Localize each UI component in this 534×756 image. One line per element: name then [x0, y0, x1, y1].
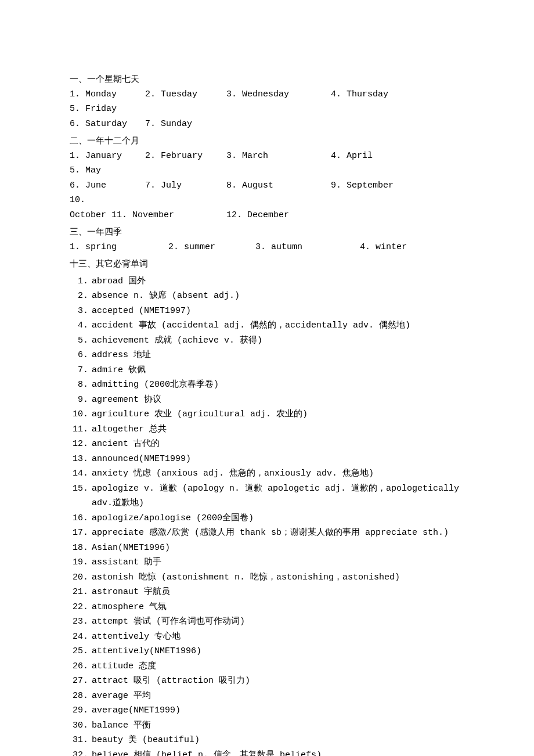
list-item: 4. Thursday	[331, 87, 412, 102]
vocab-text: average 平均	[92, 689, 464, 704]
vocab-item: 24.attentively 专心地	[70, 629, 464, 645]
vocab-num: 5.	[70, 333, 92, 348]
vocab-item: 15.apologize v. 道歉 (apology n. 道歉 apolog…	[70, 481, 464, 511]
vocab-num: 22.	[70, 600, 92, 615]
vocab-num: 10.	[70, 407, 92, 422]
list-item: 1. spring	[70, 240, 168, 255]
vocab-item: 22.atmosphere 气氛	[70, 600, 464, 615]
list-item: 7. Sunday	[145, 117, 226, 132]
vocab-num: 6.	[70, 348, 92, 363]
list-item: 10.	[70, 193, 145, 208]
section-2-items-row2: 6. June 7. July 8. August 9. September 1…	[70, 178, 464, 208]
vocab-list: 1.abroad 国外2.absence n. 缺席 (absent adj.)…	[70, 274, 464, 757]
list-item: 3. March	[226, 149, 331, 164]
list-item: 3. autumn	[255, 240, 360, 255]
vocab-text: atmosphere 气氛	[92, 600, 464, 615]
list-item: 5. Friday	[70, 102, 145, 117]
section-2-items: 1. January 2. February 3. March 4. April…	[70, 149, 464, 178]
list-item: 5. May	[70, 163, 145, 178]
vocab-text: attentively 专心地	[92, 629, 464, 645]
vocab-num: 9.	[70, 393, 92, 408]
vocab-item: 13.announced(NMET1999)	[70, 452, 464, 467]
vocab-item: 20.astonish 吃惊 (astonishment n. 吃惊，aston…	[70, 570, 464, 585]
vocab-text: attentively(NMET1996)	[92, 644, 464, 659]
vocab-item: 32.believe 相信 (belief n. 信念，其复数是 beliefs…	[70, 748, 464, 757]
vocab-text: absence n. 缺席 (absent adj.)	[92, 289, 464, 304]
vocab-text: astronaut 宇航员	[92, 585, 464, 600]
list-item: 6. June	[70, 178, 145, 193]
vocab-num: 19.	[70, 555, 92, 570]
vocab-item: 29.average(NMET1999)	[70, 703, 464, 718]
vocab-item: 16.apologize/apologise (2000全国卷)	[70, 511, 464, 526]
vocab-text: Asian(NMET1996)	[92, 541, 464, 556]
section-1-items: 1. Monday 2. Tuesday 3. Wednesday 4. Thu…	[70, 87, 464, 117]
vocab-text: attitude 态度	[92, 659, 464, 674]
vocab-text: agreement 协议	[92, 393, 464, 408]
vocab-num: 2.	[70, 289, 92, 304]
vocab-text: accident 事故 (accidental adj. 偶然的，acciden…	[92, 318, 464, 333]
vocab-text: agriculture 农业 (agricultural adj. 农业的)	[92, 407, 464, 422]
vocab-num: 1.	[70, 274, 92, 289]
vocab-text: announced(NMET1999)	[92, 452, 464, 467]
vocab-num: 32.	[70, 748, 92, 757]
vocab-num: 12.	[70, 437, 92, 452]
list-item: 6. Saturday	[70, 117, 145, 132]
vocab-num: 25.	[70, 644, 92, 659]
section-2-items-row3: October 11. November 12. December	[70, 208, 464, 223]
vocab-item: 30.balance 平衡	[70, 718, 464, 733]
vocab-item: 1.abroad 国外	[70, 274, 464, 289]
vocab-text: assistant 助手	[92, 555, 464, 570]
vocab-item: 31.beauty 美 (beautiful)	[70, 733, 464, 748]
vocab-num: 3.	[70, 304, 92, 319]
vocab-num: 14.	[70, 466, 92, 481]
vocab-item: 14.anxiety 忧虑 (anxious adj. 焦急的，anxiousl…	[70, 466, 464, 481]
vocab-text: achievement 成就 (achieve v. 获得)	[92, 333, 464, 348]
vocab-num: 17.	[70, 525, 92, 541]
vocab-text: beauty 美 (beautiful)	[92, 733, 464, 748]
vocab-text: believe 相信 (belief n. 信念，其复数是 beliefs)	[92, 748, 464, 757]
vocab-text: attempt 尝试 (可作名词也可作动词)	[92, 614, 464, 629]
vocab-text: accepted (NMET1997)	[92, 304, 464, 319]
vocab-num: 7.	[70, 363, 92, 378]
vocab-text: apologize/apologise (2000全国卷)	[92, 511, 464, 526]
vocab-text: attract 吸引 (attraction 吸引力)	[92, 674, 464, 689]
vocab-text: astonish 吃惊 (astonishment n. 吃惊，astonish…	[92, 570, 464, 585]
list-item: 2. Tuesday	[145, 87, 226, 102]
vocab-num: 4.	[70, 318, 92, 333]
vocab-num: 29.	[70, 703, 92, 718]
vocab-num: 30.	[70, 718, 92, 733]
section-3-items: 1. spring 2. summer 3. autumn 4. winter	[70, 240, 464, 255]
vocab-text: address 地址	[92, 348, 464, 363]
list-item: 2. summer	[168, 240, 255, 255]
vocab-item: 18.Asian(NMET1996)	[70, 541, 464, 556]
section-3-title: 三、一年四季	[70, 225, 464, 240]
section-1-items-row2: 6. Saturday 7. Sunday	[70, 117, 464, 132]
list-item: 3. Wednesday	[226, 87, 331, 102]
vocab-num: 15.	[70, 481, 92, 496]
list-item: 1. Monday	[70, 87, 145, 102]
vocab-text: anxiety 忧虑 (anxious adj. 焦急的，anxiously a…	[92, 466, 464, 481]
vocab-num: 21.	[70, 585, 92, 600]
list-item: 4. winter	[360, 240, 407, 255]
vocab-item: 11.altogether 总共	[70, 422, 464, 437]
vocab-item: 17.appreciate 感激/欣赏 (感激人用 thank sb；谢谢某人做…	[70, 525, 464, 541]
vocab-num: 26.	[70, 659, 92, 674]
section-13-title: 十三、其它必背单词	[70, 257, 464, 272]
vocab-num: 28.	[70, 689, 92, 704]
list-item: 9. September	[331, 178, 412, 193]
vocab-item: 28.average 平均	[70, 689, 464, 704]
vocab-num: 24.	[70, 629, 92, 645]
vocab-text: average(NMET1999)	[92, 703, 464, 718]
vocab-item: 26.attitude 态度	[70, 659, 464, 674]
vocab-text: balance 平衡	[92, 718, 464, 733]
vocab-num: 8.	[70, 377, 92, 393]
section-2-title: 二、一年十二个月	[70, 134, 464, 149]
vocab-item: 9.agreement 协议	[70, 393, 464, 408]
vocab-item: 21.astronaut 宇航员	[70, 585, 464, 600]
document-page: 一、一个星期七天 1. Monday 2. Tuesday 3. Wednesd…	[0, 0, 534, 756]
vocab-num: 16.	[70, 511, 92, 526]
vocab-item: 3.accepted (NMET1997)	[70, 304, 464, 319]
list-item: 12. December	[226, 208, 289, 223]
vocab-item: 4.accident 事故 (accidental adj. 偶然的，accid…	[70, 318, 464, 333]
vocab-num: 18.	[70, 541, 92, 556]
